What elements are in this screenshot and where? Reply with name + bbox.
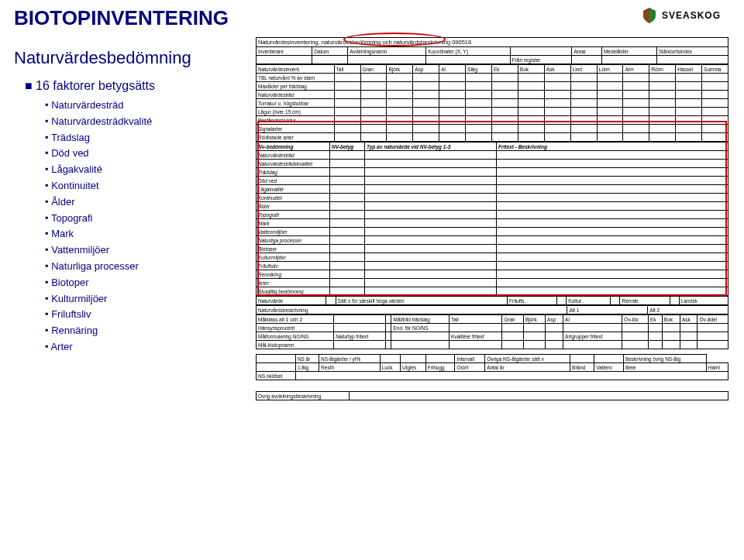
cell (544, 99, 570, 108)
cell (466, 99, 492, 108)
cell: Maxålder per trädslag (257, 82, 335, 91)
cell (702, 74, 728, 82)
cell (425, 355, 455, 363)
factor-item: Död ved (45, 146, 155, 162)
factor-item: Biotoper (45, 275, 155, 291)
cell: Resth (319, 363, 381, 372)
cell: Medelålder (601, 47, 656, 56)
cell (623, 74, 649, 82)
cell (623, 82, 649, 91)
cell: Avdelningsnamn (348, 47, 426, 56)
cell (570, 108, 597, 116)
cell (391, 332, 449, 341)
cell (676, 108, 702, 116)
cell (386, 332, 391, 341)
factor-item: Topografi (45, 211, 155, 227)
cell (676, 82, 702, 91)
cell: Öv-löv (622, 315, 649, 324)
cell: Rennär (620, 297, 670, 305)
cell: Björk (387, 65, 413, 74)
factor-item: Naturliga processer (45, 259, 155, 275)
cell: Naturvårdsbeskrivning (257, 306, 567, 314)
cell (649, 82, 676, 91)
cell: Gran (360, 65, 387, 74)
cell (680, 324, 698, 332)
cell: Mål-biotopnamn (257, 341, 334, 349)
cell: Sälg (466, 65, 492, 74)
cell: Kvalitéer fritext (449, 332, 501, 341)
factor-item: Ålder (45, 194, 155, 211)
factor-item: Lågakvalité (45, 162, 155, 178)
cell: Björk (523, 315, 545, 324)
cell (510, 47, 572, 56)
factor-item: Rennäring (45, 323, 155, 339)
cell (439, 99, 466, 108)
cell (502, 324, 524, 332)
cell (622, 324, 649, 332)
cell (360, 91, 387, 99)
cell (649, 74, 676, 82)
factor-item: Mark (45, 226, 155, 242)
main-bullet-text: 16 faktorer betygsätts (36, 79, 155, 92)
cell (698, 341, 728, 349)
cell (413, 99, 439, 108)
cell (439, 91, 466, 99)
cell (544, 91, 570, 99)
cell (518, 74, 544, 82)
cell (523, 341, 545, 349)
cell: Frilufts. (508, 297, 557, 305)
cell (546, 341, 563, 349)
cell: Beskrivning övrig NS-åtg (623, 355, 706, 363)
red-rectangle-highlight (257, 121, 727, 296)
cell: Tall (449, 315, 501, 324)
cell (518, 82, 544, 91)
cell: End. för NO/NS (391, 324, 449, 332)
cell (334, 91, 360, 99)
cell: Bete (623, 363, 706, 372)
cell (502, 341, 524, 349)
logo-icon (640, 6, 659, 25)
cell: Övriga NS-åtgärder sätt x (485, 355, 570, 363)
cell (698, 324, 728, 332)
cell (570, 74, 597, 82)
cell: Öv-ädel (698, 315, 728, 324)
cell (257, 363, 296, 372)
cell (386, 341, 391, 349)
cell (622, 341, 649, 349)
cell: Torrakor o. högstubbar (257, 99, 335, 108)
cell: Al (439, 65, 466, 74)
cell (360, 108, 387, 116)
cell (491, 108, 518, 116)
cell (523, 324, 545, 332)
cell: Bok (662, 315, 680, 324)
mal-table: Målklass alt 1 och 2Mål/bild trädslagTal… (256, 314, 728, 349)
cell (649, 108, 676, 116)
cell (326, 297, 336, 305)
factor-item: Arter (45, 339, 155, 356)
cell (491, 82, 518, 91)
cell: Antal år (485, 363, 570, 372)
cell (702, 82, 728, 91)
cell: Asp (546, 315, 563, 324)
cell (544, 74, 570, 82)
cell (413, 91, 439, 99)
cell (387, 82, 413, 91)
bullet-list: ■ 16 faktorer betygsätts Naturvärdesträd… (25, 79, 155, 356)
cell: Landsk (679, 297, 728, 305)
cell: Naturvärdesinvent. (257, 65, 335, 74)
cell (466, 82, 492, 91)
cell (502, 332, 524, 341)
cell: Hänsynsprocent (257, 324, 334, 332)
cell (649, 91, 676, 99)
cell (702, 99, 728, 108)
cell (334, 74, 360, 82)
cell (649, 99, 676, 108)
factor-item: Vattenmiljöer (45, 242, 155, 259)
cell (387, 74, 413, 82)
cell (648, 324, 662, 332)
cell: Ek (491, 65, 518, 74)
cell (449, 341, 501, 349)
main-bullet: ■ 16 faktorer betygsätts (25, 79, 155, 93)
factor-item: Naturvärdesträdkvalité (45, 114, 155, 130)
cell: 1:åtg (295, 363, 319, 372)
